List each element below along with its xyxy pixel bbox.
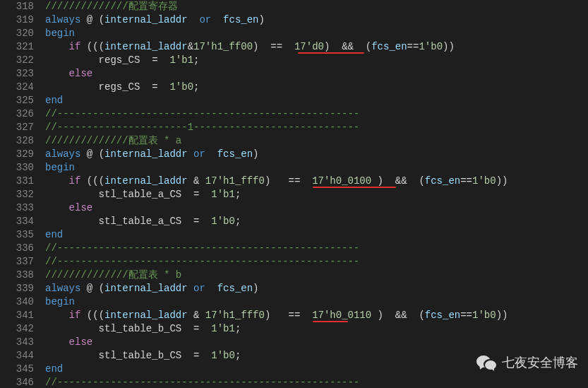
line-number: 319 [0,13,34,27]
line-number: 343 [0,336,34,349]
code-line[interactable]: begin [45,161,588,175]
line-number: 331 [0,175,34,188]
line-number: 335 [0,228,34,242]
line-number: 342 [0,322,34,336]
line-number: 332 [0,188,34,201]
code-line[interactable]: stl_table_a_CS = 1'b1; [45,188,588,201]
line-number: 334 [0,215,34,228]
code-line[interactable]: stl_table_b_CS = 1'b1; [45,322,588,336]
line-number: 346 [0,376,34,388]
code-line[interactable]: //////////////配置寄存器 [45,0,588,13]
line-number: 333 [0,201,34,215]
code-line[interactable]: always @ (internal_laddr or fcs_en) [45,13,588,27]
line-number: 326 [0,107,34,121]
line-number: 328 [0,134,34,148]
line-number: 344 [0,349,34,363]
watermark: 七夜安全博客 [476,354,578,371]
line-number: 336 [0,242,34,255]
line-number: 340 [0,295,34,309]
line-number: 338 [0,269,34,282]
line-number: 318 [0,0,34,13]
code-line[interactable]: //--------------------------------------… [45,107,588,121]
annotation-underline-1 [298,52,364,54]
code-line[interactable]: //--------------------------------------… [45,376,588,388]
code-line[interactable]: //--------------------------------------… [45,255,588,269]
line-number: 330 [0,161,34,175]
code-line[interactable]: regs_CS = 1'b0; [45,81,588,94]
line-number: 320 [0,27,34,40]
code-line[interactable]: else [45,201,588,215]
code-line[interactable]: end [45,228,588,242]
line-number: 339 [0,282,34,295]
code-line[interactable]: //--------------------------------------… [45,242,588,255]
code-line[interactable]: //----------------------1---------------… [45,121,588,134]
code-line[interactable]: begin [45,295,588,309]
line-number: 345 [0,363,34,376]
code-line[interactable]: always @ (internal_laddr or fcs_en) [45,282,588,295]
code-line[interactable]: else [45,336,588,349]
code-editor[interactable]: 3183193203213223233243253263273283293303… [0,0,588,388]
code-line[interactable]: else [45,67,588,81]
code-area[interactable]: //////////////配置寄存器always @ (internal_la… [45,0,588,388]
code-line[interactable]: //////////////配置表 * a [45,134,588,148]
line-number: 324 [0,81,34,94]
annotation-underline-2 [313,187,396,188]
line-number: 327 [0,121,34,134]
line-number: 323 [0,67,34,81]
wechat-icon [476,354,496,371]
code-line[interactable]: always @ (internal_laddr or fcs_en) [45,148,588,161]
line-number: 337 [0,255,34,269]
watermark-text: 七夜安全博客 [502,356,578,370]
line-number: 325 [0,94,34,107]
annotation-underline-3 [313,321,348,322]
line-number-gutter: 3183193203213223233243253263273283293303… [0,0,45,388]
line-number: 341 [0,309,34,322]
code-line[interactable]: begin [45,27,588,40]
line-number: 322 [0,54,34,67]
line-number: 321 [0,40,34,54]
code-line[interactable]: stl_table_a_CS = 1'b0; [45,215,588,228]
code-line[interactable]: //////////////配置表 * b [45,269,588,282]
line-number: 329 [0,148,34,161]
code-line[interactable]: regs_CS = 1'b1; [45,54,588,67]
code-line[interactable]: end [45,94,588,107]
